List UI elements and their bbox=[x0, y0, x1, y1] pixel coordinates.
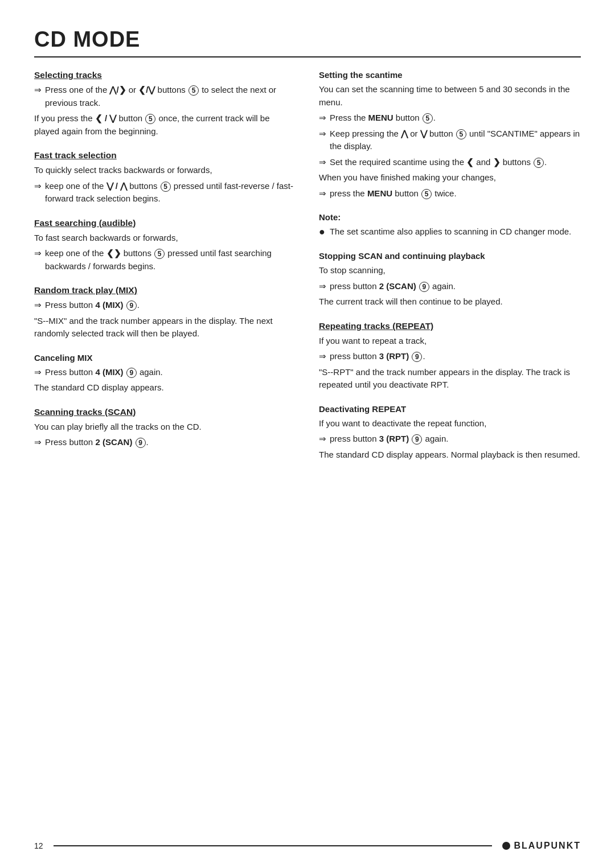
section-title-deactivating-repeat: Deactivating REPEAT bbox=[319, 404, 581, 414]
paragraph: The current track will then continue to … bbox=[319, 295, 581, 308]
paragraph: "S--RPT" and the track number appears in… bbox=[319, 366, 581, 392]
item-text: Press the MENU button 5. bbox=[330, 112, 581, 125]
paragraph: To quickly select tracks backwards or fo… bbox=[34, 164, 296, 177]
list-item: ⇒ keep one of the ❮❯ buttons 5 pressed u… bbox=[34, 247, 296, 273]
section-selecting-tracks: Selecting tracks ⇒ Press one of the ⋀/❯ … bbox=[34, 70, 296, 138]
page-title: CD MODE bbox=[34, 27, 581, 57]
paragraph: "S--MIX" and the track number appears in… bbox=[34, 315, 296, 340]
item-text: Press button 2 (SCAN) 9. bbox=[45, 436, 296, 449]
paragraph: If you want to deactivate the repeat fun… bbox=[319, 417, 581, 430]
paragraph: The standard CD display appears. Normal … bbox=[319, 449, 581, 462]
section-title-scanning: Scanning tracks (SCAN) bbox=[34, 407, 296, 417]
list-item: ⇒ press button 3 (RPT) 9 again. bbox=[319, 433, 581, 446]
brand-dot-icon bbox=[502, 842, 510, 850]
arrow-icon: ⇒ bbox=[34, 180, 42, 193]
list-item: ⇒ Press button 4 (MIX) 9 again. bbox=[34, 366, 296, 379]
item-text: keep one of the ⋁ / ⋀ buttons 5 pressed … bbox=[45, 180, 296, 205]
list-item: ⇒ Press one of the ⋀/❯ or ❮/⋁ buttons 5 … bbox=[34, 84, 296, 109]
section-title-scantime: Setting the scantime bbox=[319, 70, 581, 80]
item-text: Press button 4 (MIX) 9. bbox=[45, 299, 296, 312]
section-fast-searching: Fast searching (audible) To fast search … bbox=[34, 218, 296, 273]
section-title-fast-searching: Fast searching (audible) bbox=[34, 218, 296, 228]
item-text: Press button 4 (MIX) 9 again. bbox=[45, 366, 296, 379]
item-text: keep one of the ❮❯ buttons 5 pressed unt… bbox=[45, 247, 296, 273]
paragraph: You can play briefly all the tracks on t… bbox=[34, 421, 296, 434]
item-text: Keep pressing the ⋀ or ⋁ button 5 until … bbox=[330, 127, 581, 153]
left-column: Selecting tracks ⇒ Press one of the ⋀/❯ … bbox=[34, 70, 296, 474]
arrow-icon: ⇒ bbox=[319, 433, 326, 446]
item-text: press button 3 (RPT) 9. bbox=[330, 350, 581, 363]
item-text: press button 2 (SCAN) 9 again. bbox=[330, 280, 581, 293]
paragraph: To fast search backwards or forwards, bbox=[34, 232, 296, 245]
list-item: ⇒ Set the required scantime using the ❮ … bbox=[319, 156, 581, 169]
section-title-random-mix: Random track play (MIX) bbox=[34, 285, 296, 295]
list-item: ⇒ Press button 4 (MIX) 9. bbox=[34, 299, 296, 312]
paragraph: If you want to repeat a track, bbox=[319, 335, 581, 348]
right-column: Setting the scantime You can set the sca… bbox=[319, 70, 581, 474]
section-repeating-tracks: Repeating tracks (REPEAT) If you want to… bbox=[319, 321, 581, 392]
section-deactivating-repeat: Deactivating REPEAT If you want to deact… bbox=[319, 404, 581, 462]
list-item: ⇒ press the MENU button 5 twice. bbox=[319, 187, 581, 200]
section-title-stopping-scan: Stopping SCAN and continuing playback bbox=[319, 251, 581, 261]
section-note: Note: ● The set scantime also applies to… bbox=[319, 212, 581, 238]
section-random-track-play: Random track play (MIX) ⇒ Press button 4… bbox=[34, 285, 296, 340]
section-canceling-mix: Canceling MIX ⇒ Press button 4 (MIX) 9 a… bbox=[34, 353, 296, 394]
paragraph: To stop scanning, bbox=[319, 264, 581, 277]
page-number: 12 bbox=[34, 841, 43, 850]
item-text: press the MENU button 5 twice. bbox=[330, 187, 581, 200]
arrow-icon: ⇒ bbox=[34, 436, 42, 449]
section-setting-scantime: Setting the scantime You can set the sca… bbox=[319, 70, 581, 200]
arrow-icon: ⇒ bbox=[319, 112, 326, 125]
section-stopping-scan: Stopping SCAN and continuing playback To… bbox=[319, 251, 581, 308]
bullet-icon: ● bbox=[319, 225, 325, 238]
footer: 12 BLAUPUNKT bbox=[34, 841, 581, 851]
brand-logo: BLAUPUNKT bbox=[502, 841, 581, 851]
paragraph: The standard CD display appears. bbox=[34, 381, 296, 394]
list-item: ⇒ keep one of the ⋁ / ⋀ buttons 5 presse… bbox=[34, 180, 296, 205]
item-text: Press one of the ⋀/❯ or ❮/⋁ buttons 5 to… bbox=[45, 84, 296, 109]
section-scanning-tracks: Scanning tracks (SCAN) You can play brie… bbox=[34, 407, 296, 449]
list-item: ⇒ Press the MENU button 5. bbox=[319, 112, 581, 125]
two-column-layout: Selecting tracks ⇒ Press one of the ⋀/❯ … bbox=[34, 70, 581, 474]
arrow-icon: ⇒ bbox=[34, 366, 42, 379]
arrow-icon: ⇒ bbox=[319, 156, 326, 169]
list-item: ⇒ Keep pressing the ⋀ or ⋁ button 5 unti… bbox=[319, 127, 581, 153]
arrow-icon: ⇒ bbox=[34, 84, 42, 97]
paragraph: You can set the scanning time to between… bbox=[319, 83, 581, 109]
arrow-icon: ⇒ bbox=[319, 187, 326, 200]
section-title-fast-track: Fast track selection bbox=[34, 150, 296, 161]
arrow-icon: ⇒ bbox=[319, 127, 326, 141]
list-item: ● The set scantime also applies to scann… bbox=[319, 225, 581, 238]
page: CD MODE Selecting tracks ⇒ Press one of … bbox=[0, 0, 615, 508]
list-item: ⇒ press button 2 (SCAN) 9 again. bbox=[319, 280, 581, 293]
arrow-icon: ⇒ bbox=[34, 299, 42, 312]
item-text: press button 3 (RPT) 9 again. bbox=[330, 433, 581, 446]
arrow-icon: ⇒ bbox=[319, 280, 326, 293]
list-item: ⇒ Press button 2 (SCAN) 9. bbox=[34, 436, 296, 449]
section-title-canceling-mix: Canceling MIX bbox=[34, 353, 296, 363]
paragraph: When you have finished making your chang… bbox=[319, 171, 581, 184]
arrow-icon: ⇒ bbox=[319, 350, 326, 363]
arrow-icon: ⇒ bbox=[34, 247, 42, 260]
brand-name: BLAUPUNKT bbox=[514, 841, 581, 851]
footer-divider bbox=[54, 845, 493, 846]
section-title-repeat: Repeating tracks (REPEAT) bbox=[319, 321, 581, 331]
section-title-selecting-tracks: Selecting tracks bbox=[34, 70, 296, 80]
section-title-note: Note: bbox=[319, 212, 581, 222]
item-text: Set the required scantime using the ❮ an… bbox=[330, 156, 581, 169]
section-fast-track-selection: Fast track selection To quickly select t… bbox=[34, 150, 296, 205]
paragraph: If you press the ❮ / ⋁ button 5 once, th… bbox=[34, 112, 296, 138]
item-text: The set scantime also applies to scannin… bbox=[330, 225, 571, 238]
list-item: ⇒ press button 3 (RPT) 9. bbox=[319, 350, 581, 363]
